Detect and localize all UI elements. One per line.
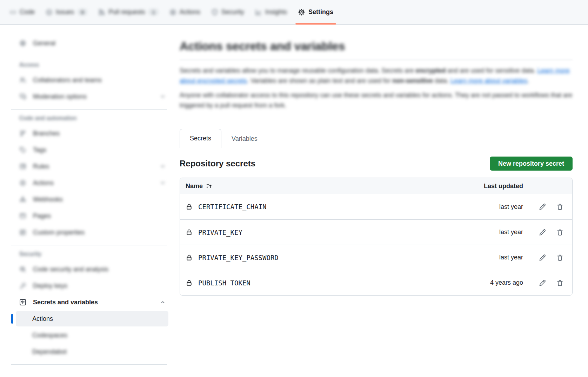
sidebar-item-pages[interactable]: Pages [16,208,168,224]
nav-tab-settings[interactable]: Settings [293,0,338,24]
sidebar-item-label: Branches [33,130,166,137]
delete-secret-button[interactable] [553,251,567,264]
lock-icon [186,279,193,286]
sidebar-item-label: Dependabot [32,348,166,356]
name-column-header: Name [186,183,203,190]
webhook-icon [19,196,26,203]
intro-paragraph: Secrets and variables allow you to manag… [180,66,573,86]
nav-tab-label: Security [221,8,244,16]
tag-icon [19,147,26,153]
edit-secret-button[interactable] [536,251,549,264]
git-branch-icon [19,130,26,137]
delete-secret-button[interactable] [553,276,567,290]
sidebar-subitem-dependabot[interactable]: Dependabot [16,344,168,359]
sidebar-item-general[interactable]: General [16,35,168,51]
tab-variables[interactable]: Variables [221,129,268,148]
secret-row: PRIVATE_KEY_PASSWORD last year [180,245,572,270]
sidebar-item-label: Deploy keys [33,282,166,290]
nav-tab-security[interactable]: Security [207,0,249,24]
sidebar-item-label: Pages [33,212,166,220]
nav-tab-issues[interactable]: Issues 8 [41,0,92,24]
tab-secrets[interactable]: Secrets [180,129,221,148]
delete-secret-button[interactable] [553,226,567,239]
nav-tab-insights[interactable]: Insights [250,0,292,24]
trash-icon [556,279,563,286]
codescan-icon [19,266,26,272]
intro-text: data. [433,77,450,84]
sidebar-item-collaborators-and-teams[interactable]: Collaborators and teams [16,72,168,88]
intro-text: . Variables are shown as plain text and … [247,77,392,84]
sidebar-item-label: Rules [33,163,153,170]
sidebar-section-security: Security [19,251,168,257]
sidebar-item-tags[interactable]: Tags [16,142,168,158]
sidebar-item-branches[interactable]: Branches [16,126,168,141]
note-icon [19,229,26,236]
nav-tab-actions[interactable]: Actions [165,0,205,24]
pencil-icon [539,279,546,286]
sidebar-item-label: Actions [33,179,153,187]
new-repository-secret-button[interactable]: New repository secret [490,157,573,171]
pencil-icon [539,254,546,261]
sidebar-item-code-security-and-analysis[interactable]: Code security and analysis [16,262,168,277]
sidebar-item-rules[interactable]: Rules [16,159,168,174]
intro-text: Secrets and variables allow you to manag… [180,67,415,74]
sort-ascending-icon[interactable] [206,183,212,189]
sidebar-item-actions[interactable]: Actions [16,175,168,191]
nav-tab-label: Pull requests [108,8,145,16]
sidebar-item-label: General [33,40,166,47]
edit-secret-button[interactable] [536,200,549,213]
nav-tab-pull-requests[interactable]: Pull requests 1 [94,0,163,24]
secrets-variables-tabnav: Secrets Variables [180,129,573,148]
intro-text: and are used for sensitive data. [446,67,537,74]
issue-opened-icon [46,9,52,15]
repository-secrets-table: Name Last updated CERTIFICATE_CHAIN last… [180,178,573,296]
sidebar-item-label: Secrets and variables [33,299,153,306]
lock-icon [186,229,193,236]
delete-secret-button[interactable] [553,200,567,213]
sidebar-divider [11,245,167,245]
intro-text: . [527,77,529,84]
people-icon [19,77,26,83]
encrypted-bold-text: encrypted [415,67,446,74]
sidebar-section-code-and-automation: Code and automation [19,115,168,121]
edit-secret-button[interactable] [536,226,549,239]
trash-icon [556,254,563,261]
gear-icon [19,40,26,46]
secret-updated: 4 years ago [477,279,523,286]
sidebar-subitem-actions[interactable]: Actions [16,311,168,326]
sidebar-item-label: Actions [32,315,166,323]
sidebar-item-secrets-and-variables[interactable]: Secrets and variables [16,295,168,310]
sidebar-item-deploy-keys[interactable]: Deploy keys [16,278,168,293]
sidebar-item-label: Tags [33,146,166,154]
page-title: Actions secrets and variables [180,39,573,53]
sidebar-item-moderation-options[interactable]: Moderation options [16,89,168,104]
edit-secret-button[interactable] [536,276,549,290]
active-item-indicator [11,314,13,324]
sidebar-item-webhooks[interactable]: Webhooks [16,192,168,207]
title-divider [180,60,573,60]
graph-icon [255,9,262,15]
secret-row: CERTIFICATE_CHAIN last year [180,194,572,219]
nav-tab-label: Actions [180,8,200,16]
main-content: Actions secrets and variables Secrets an… [180,25,573,296]
sidebar-divider [11,364,167,365]
chevron-down-icon [160,164,166,169]
sidebar-divider [11,56,167,56]
non-sensitive-bold-text: non-sensitive [392,77,433,84]
secret-name: PRIVATE_KEY_PASSWORD [198,254,279,262]
nav-tab-label: Issues [56,8,74,16]
nav-tab-code[interactable]: Code [5,0,40,24]
secret-updated: last year [477,229,523,236]
trash-icon [556,229,563,236]
secret-row: PUBLISH_TOKEN 4 years ago [180,270,572,295]
chevron-down-icon [160,180,166,186]
learn-more-variables-link[interactable]: Learn more about variables [450,77,527,84]
nav-tab-label: Insights [265,8,287,16]
chevron-down-icon [160,94,166,99]
sidebar-subitem-codespaces[interactable]: Codespaces [16,328,168,343]
secret-updated: last year [477,203,523,211]
pencil-icon [539,203,546,210]
issues-count-badge: 8 [78,9,87,15]
asterisk-box-icon [19,299,26,306]
sidebar-item-custom-properties[interactable]: Custom properties [16,225,168,240]
